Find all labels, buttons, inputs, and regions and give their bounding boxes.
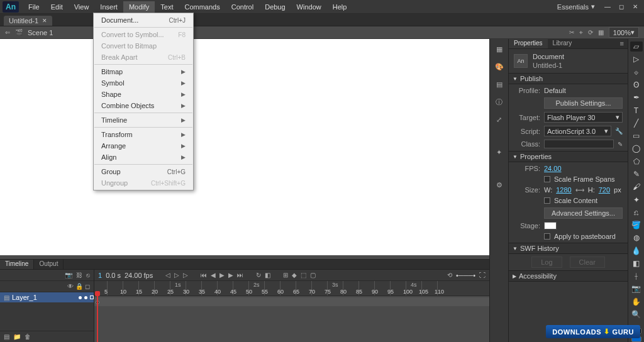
new-folder-icon[interactable]: 📁 [13,333,21,340]
polystar-tool[interactable]: ⬠ [630,157,643,167]
info-panel-icon[interactable]: ⓘ [494,97,504,107]
fps-value[interactable]: 24.00 [544,165,562,172]
swatches-panel-icon[interactable]: ▤ [494,79,504,89]
new-layer-icon[interactable]: ▤ [4,333,9,340]
ink-bottle-tool[interactable]: ◍ [630,233,643,243]
pencil-icon[interactable]: ✎ [618,141,623,148]
lasso-tool[interactable]: ʘ [630,80,643,90]
step-back-one-icon[interactable]: ◁ [165,272,170,279]
subselection-tool[interactable]: ▷ [630,54,643,64]
apply-pasteboard-checkbox[interactable] [544,233,550,240]
line-tool[interactable]: ╱ [630,118,643,128]
pasteboard-icon[interactable]: ▦ [598,29,604,36]
advanced-settings-button[interactable]: Advanced Settings... [544,207,623,219]
menu-edit[interactable]: Edit [45,1,69,13]
height-value[interactable]: 720 [599,186,610,194]
free-transform-tool[interactable]: ⟐ [630,67,643,77]
rotate-view-icon[interactable]: ⟳ [588,29,593,36]
text-tool[interactable]: T [630,105,643,115]
menu-help[interactable]: Help [327,1,353,13]
menu-window[interactable]: Window [291,1,327,13]
menuitem-group[interactable]: GroupCtrl+G [94,166,193,177]
oval-tool[interactable]: ◯ [630,143,643,153]
scale-content-checkbox[interactable] [544,197,550,204]
menuitem-align[interactable]: Align▶ [94,152,193,163]
menu-control[interactable]: Control [226,1,259,13]
step-fwd-icon[interactable]: ▶ [228,272,233,279]
brush-tool[interactable]: 🖌 [630,182,643,192]
workspace-switcher[interactable]: Essentials▾ [553,1,599,12]
onion-skin-icon[interactable]: ◧ [265,272,270,279]
close-tab-icon[interactable]: ✕ [42,18,47,24]
zoom-dropdown[interactable]: 100%▾ [609,27,639,38]
menu-file[interactable]: File [23,1,45,13]
clip-edit-icon[interactable]: ✂ [569,29,574,36]
stage-center-icon[interactable]: ⌖ [579,29,583,36]
width-value[interactable]: 1280 [556,186,571,194]
hand-tool[interactable]: ✋ [630,297,643,307]
zoom-tool[interactable]: 🔍 [630,309,643,319]
stage-canvas[interactable] [0,39,489,255]
bone-tool[interactable]: ⎌ [630,207,643,218]
script-dropdown[interactable]: ActionScript 3.0▾ [544,126,611,136]
window-minimize-icon[interactable]: — [602,3,613,11]
tab-timeline[interactable]: Timeline [0,260,34,269]
play-icon[interactable]: ▷ [174,272,179,279]
playhead[interactable] [97,296,98,342]
paint-brush-tool[interactable]: ✦ [630,194,643,204]
timeline-ruler[interactable]: 5101520253035404550556065707580859095100… [94,281,489,296]
menuitem-shape[interactable]: Shape▶ [94,89,193,100]
menu-view[interactable]: View [69,1,95,13]
link-wh-icon[interactable]: ⟷ [575,187,584,194]
document-tab[interactable]: Untitled-1 ✕ [4,16,52,26]
camera-icon[interactable]: 📷 [65,272,72,279]
section-accessibility-header[interactable]: ▶Accessibility [509,270,628,282]
tab-properties[interactable]: Properties [509,39,548,48]
stage-color-swatch[interactable] [544,222,557,229]
play-icon-2[interactable]: ▶ [219,272,225,279]
brush-library-icon[interactable]: ✦ [494,147,504,157]
frame-span-icon[interactable]: ⬚ [301,272,306,279]
menuitem-symbol[interactable]: Symbol▶ [94,77,193,89]
menuitem-timeline[interactable]: Timeline▶ [94,114,193,126]
layer-parent-icon[interactable]: ⎋ [86,272,90,279]
menuitem-document[interactable]: Document...Ctrl+J [94,14,193,26]
components-panel-icon[interactable]: ⚙ [494,180,504,190]
goto-last-icon[interactable]: ⏭ [237,272,243,279]
width-tool[interactable]: ⟊ [630,271,643,281]
wrench-icon[interactable]: 🔧 [615,128,623,135]
publish-settings-button[interactable]: Publish Settings... [544,97,623,109]
delete-layer-icon[interactable]: 🗑 [25,333,31,340]
transform-panel-icon[interactable]: ⤢ [494,114,504,124]
back-arrow-icon[interactable]: ⇐ [5,29,10,36]
stage-area[interactable] [0,39,489,259]
step-forward-one-icon[interactable]: ▷ [183,272,188,279]
menuitem-combine[interactable]: Combine Objects▶ [94,100,193,111]
loop-icon[interactable]: ↻ [256,272,261,279]
scale-spans-checkbox[interactable] [544,176,550,182]
fit-timeline-icon[interactable]: ⛶ [479,272,486,279]
insert-keyframe-icon[interactable]: ◆ [292,272,297,279]
color-panel-icon[interactable]: 🎨 [494,62,504,72]
tab-output[interactable]: Output [34,260,64,269]
section-properties-header[interactable]: ▼Properties [509,151,628,162]
paint-bucket-tool[interactable]: 🪣 [630,220,643,230]
layer-frame-strip[interactable] [94,297,489,306]
eyedropper-tool[interactable]: 💧 [630,246,643,256]
menuitem-arrange[interactable]: Arrange▶ [94,140,193,152]
center-frame-icon[interactable]: ⟲ [447,272,452,279]
section-publish-header[interactable]: ▼Publish [509,73,628,84]
target-dropdown[interactable]: Flash Player 30▾ [544,112,623,123]
layer-row[interactable]: ▤ Layer_1 [0,292,94,302]
visibility-dot[interactable] [79,296,82,299]
rectangle-tool[interactable]: ▭ [630,131,643,141]
camera-tool[interactable]: 📷 [630,284,643,294]
layer-depth-icon[interactable]: ⛓ [76,272,82,279]
menu-commands[interactable]: Commands [179,1,225,13]
menu-text[interactable]: Text [155,1,179,13]
lock-dot[interactable] [84,296,87,299]
eraser-tool[interactable]: ◧ [630,258,643,268]
timeline-frames[interactable] [94,296,489,342]
align-panel-icon[interactable]: ▦ [494,44,504,54]
menu-modify[interactable]: Modify [123,1,155,13]
